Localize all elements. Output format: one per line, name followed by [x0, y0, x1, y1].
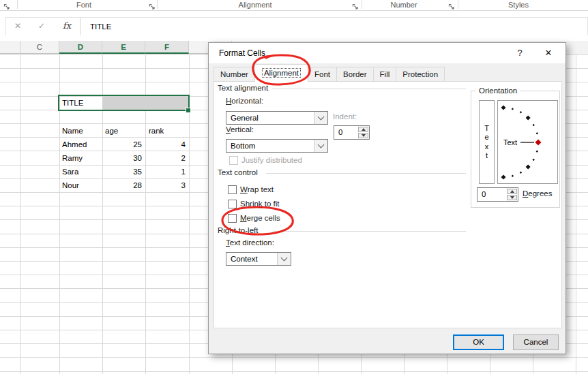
shrink-to-fit-label: Shrink to fit — [240, 200, 280, 208]
cell-rank[interactable]: 1 — [146, 165, 186, 178]
spinner-up-icon[interactable] — [358, 127, 368, 132]
tab-protection[interactable]: Protection — [396, 67, 445, 82]
help-icon[interactable]: ? — [509, 43, 531, 63]
cell-age[interactable]: 28 — [103, 178, 142, 192]
ok-button[interactable]: OK — [453, 334, 504, 350]
indent-spinner[interactable]: 0 — [334, 125, 370, 140]
chevron-down-icon — [314, 140, 327, 152]
wrap-text-checkbox[interactable] — [228, 185, 237, 194]
cell-age-header[interactable]: age — [105, 124, 143, 138]
text-alignment-section-label: Text alignment — [218, 84, 268, 92]
ribbon-group-font-label: Font — [76, 1, 91, 9]
cancel-button[interactable]: Cancel — [513, 334, 559, 350]
font-dialog-launcher-icon[interactable] — [149, 1, 156, 9]
text-control-section-label: Text control — [218, 168, 258, 176]
text-direction-select[interactable]: Context — [226, 252, 291, 266]
column-header-partial[interactable] — [0, 41, 20, 54]
tab-font[interactable]: Font — [308, 67, 337, 82]
orientation-dial-graphic: Text — [498, 101, 557, 183]
fill-handle[interactable] — [186, 108, 191, 113]
column-header-e[interactable]: E — [102, 41, 145, 54]
cell-rank-header[interactable]: rank — [149, 124, 186, 138]
cell-name[interactable]: Nour — [62, 178, 100, 192]
formula-input[interactable]: TITLE — [80, 17, 588, 36]
ribbon-group-strip: Font Alignment Number Styles — [0, 0, 588, 11]
shrink-to-fit-checkbox[interactable] — [228, 200, 237, 208]
vertical-label: Vertical: — [226, 125, 254, 134]
orientation-section-label: Orientation — [476, 87, 520, 95]
ribbon-group-alignment-label: Alignment — [239, 1, 272, 9]
cell-age[interactable]: 30 — [103, 151, 142, 165]
vertical-select[interactable]: Bottom — [226, 139, 328, 153]
chevron-down-icon — [277, 253, 291, 265]
dial-text: Text — [503, 138, 517, 146]
enter-icon[interactable]: ✓ — [33, 18, 50, 34]
text-direction-label: Text direction: — [226, 238, 274, 247]
degrees-label: Degrees — [523, 189, 552, 198]
chevron-down-icon — [314, 112, 327, 124]
indent-label: Indent: — [333, 112, 357, 121]
horizontal-select[interactable]: General — [226, 111, 328, 125]
ribbon-separator — [157, 0, 158, 9]
cell-name[interactable]: Ahmed — [62, 138, 100, 151]
dialog-tabs: Number Alignment Font Border Fill Protec… — [214, 64, 445, 82]
merge-cells-checkbox[interactable] — [228, 214, 237, 223]
spinner-up-icon[interactable] — [507, 189, 517, 194]
cell-rank[interactable]: 3 — [146, 178, 186, 192]
alignment-dialog-launcher-icon[interactable] — [352, 1, 359, 9]
ribbon-group-number-label: Number — [390, 1, 417, 9]
orientation-dial[interactable]: Text — [497, 100, 558, 184]
horizontal-value: General — [231, 112, 259, 124]
gridline — [20, 54, 21, 374]
dialog-title: Format Cells — [219, 43, 265, 63]
dialog-titlebar: Format Cells ? ✕ — [209, 43, 565, 63]
section-divider — [273, 231, 466, 232]
tab-fill[interactable]: Fill — [373, 67, 397, 82]
selection-border — [58, 95, 190, 111]
formula-value: TITLE — [90, 18, 111, 35]
wrap-text-label: Wrap text — [240, 185, 274, 193]
excel-window: Font Alignment Number Styles ✕ ✓ fx TITL… — [0, 0, 588, 374]
ribbon-separator — [458, 0, 458, 9]
merge-cells-label: Merge cells — [240, 214, 280, 222]
cell-rank[interactable]: 2 — [146, 151, 186, 165]
cell-name-header[interactable]: Name — [62, 124, 100, 138]
format-cells-dialog: Format Cells ? ✕ Number Alignment Font B… — [208, 42, 566, 354]
justify-distributed-label: Justify distributed — [241, 156, 302, 164]
dialog-launcher-icon[interactable] — [3, 1, 11, 9]
cell-age[interactable]: 35 — [103, 165, 142, 178]
ribbon-group-styles-label: Styles — [508, 1, 529, 9]
column-header-c[interactable]: C — [20, 41, 59, 54]
tab-alignment[interactable]: Alignment — [254, 64, 308, 82]
formula-bar-buttons: ✕ ✓ fx — [5, 17, 81, 36]
spinner-down-icon[interactable] — [507, 195, 517, 200]
section-divider — [271, 89, 466, 89]
degrees-spinner[interactable]: 0 — [477, 187, 518, 202]
alignment-tab-panel: Text alignment Horizontal: General Inden… — [214, 81, 562, 328]
column-header-d[interactable]: D — [59, 41, 102, 54]
horizontal-label: Horizontal: — [226, 97, 263, 105]
cell-rank[interactable]: 4 — [146, 138, 186, 151]
spinner-down-icon[interactable] — [358, 133, 368, 138]
vertical-value: Bottom — [231, 140, 255, 152]
formula-bar: ✕ ✓ fx TITLE — [0, 17, 588, 35]
vertical-text-preview[interactable]: T e x t — [479, 100, 495, 184]
text-direction-value: Context — [231, 253, 258, 265]
gridline — [576, 54, 576, 374]
orientation-group: Orientation T e x t — [471, 91, 560, 208]
tab-number[interactable]: Number — [214, 67, 255, 82]
close-icon[interactable]: ✕ — [538, 43, 559, 63]
right-to-left-section-label: Right-to-left — [218, 226, 258, 234]
tab-border[interactable]: Border — [336, 67, 374, 82]
cell-name[interactable]: Ramy — [62, 151, 100, 165]
cell-age[interactable]: 25 — [103, 138, 142, 151]
column-header-f[interactable]: F — [145, 41, 189, 54]
cell-name[interactable]: Sara — [62, 165, 100, 178]
cancel-icon[interactable]: ✕ — [10, 18, 26, 34]
number-dialog-launcher-icon[interactable] — [448, 1, 456, 9]
indent-value: 0 — [338, 126, 342, 139]
ribbon-separator — [362, 0, 362, 9]
section-divider — [266, 173, 466, 174]
insert-function-icon[interactable]: fx — [59, 18, 75, 34]
justify-distributed-checkbox — [229, 156, 238, 165]
